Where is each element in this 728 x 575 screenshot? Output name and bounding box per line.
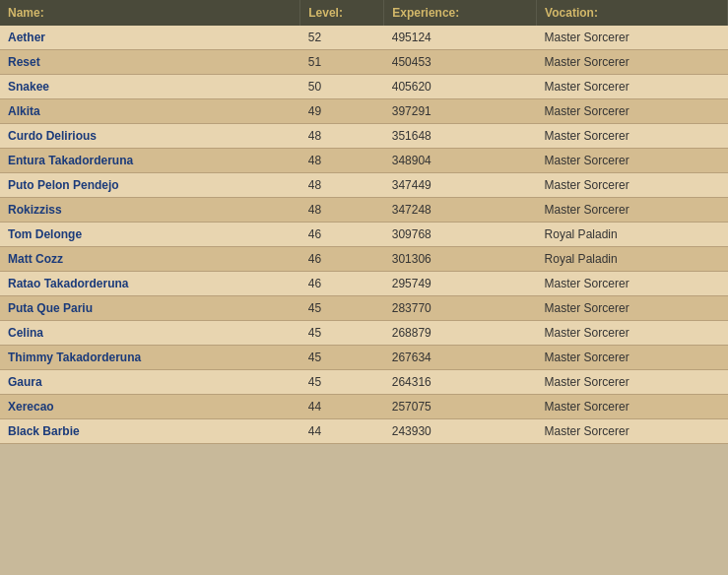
cell-name[interactable]: Puta Que Pariu (0, 296, 300, 321)
cell-name[interactable]: Snakee (0, 75, 300, 99)
cell-level: 45 (300, 321, 384, 346)
cell-vocation: Master Sorcerer (537, 50, 728, 75)
table-row: Puto Pelon Pendejo48347449Master Sorcere… (0, 173, 728, 198)
table-row: Aether52495124Master Sorcerer (0, 26, 728, 50)
cell-level: 44 (300, 395, 384, 419)
cell-experience: 295749 (384, 272, 537, 296)
cell-experience: 268879 (384, 321, 537, 346)
cell-experience: 267634 (384, 346, 537, 370)
cell-vocation: Master Sorcerer (537, 272, 728, 296)
cell-experience: 301306 (384, 247, 537, 272)
cell-experience: 495124 (384, 26, 537, 50)
cell-vocation: Royal Paladin (537, 223, 728, 247)
cell-level: 48 (300, 149, 384, 173)
cell-name[interactable]: Curdo Delirious (0, 124, 300, 149)
header-experience: Experience: (384, 0, 537, 26)
table-row: Tom Delonge46309768Royal Paladin (0, 223, 728, 247)
cell-experience: 257075 (384, 395, 537, 419)
cell-experience: 243930 (384, 419, 537, 444)
cell-name[interactable]: Aether (0, 26, 300, 50)
cell-name[interactable]: Entura Takadorderuna (0, 149, 300, 173)
cell-experience: 348904 (384, 149, 537, 173)
cell-vocation: Master Sorcerer (537, 395, 728, 419)
cell-vocation: Master Sorcerer (537, 346, 728, 370)
cell-level: 50 (300, 75, 384, 99)
cell-vocation: Master Sorcerer (537, 198, 728, 223)
cell-level: 45 (300, 370, 384, 395)
cell-experience: 450453 (384, 50, 537, 75)
header-vocation: Vocation: (537, 0, 728, 26)
table-row: Celina45268879Master Sorcerer (0, 321, 728, 346)
cell-level: 45 (300, 346, 384, 370)
cell-name[interactable]: Thimmy Takadorderuna (0, 346, 300, 370)
table-body: Aether52495124Master SorcererReset514504… (0, 26, 728, 444)
table-row: Matt Cozz46301306Royal Paladin (0, 247, 728, 272)
table-row: Curdo Delirious48351648Master Sorcerer (0, 124, 728, 149)
cell-level: 44 (300, 419, 384, 444)
cell-name[interactable]: Celina (0, 321, 300, 346)
cell-name[interactable]: Ratao Takadorderuna (0, 272, 300, 296)
table-row: Rokizziss48347248Master Sorcerer (0, 198, 728, 223)
table-row: Gaura45264316Master Sorcerer (0, 370, 728, 395)
cell-experience: 397291 (384, 99, 537, 124)
cell-level: 46 (300, 272, 384, 296)
cell-name[interactable]: Puto Pelon Pendejo (0, 173, 300, 198)
cell-level: 48 (300, 173, 384, 198)
cell-name[interactable]: Tom Delonge (0, 223, 300, 247)
cell-vocation: Master Sorcerer (537, 124, 728, 149)
cell-vocation: Master Sorcerer (537, 370, 728, 395)
cell-level: 52 (300, 26, 384, 50)
table-row: Snakee50405620Master Sorcerer (0, 75, 728, 99)
table-row: Thimmy Takadorderuna45267634Master Sorce… (0, 346, 728, 370)
cell-name[interactable]: Black Barbie (0, 419, 300, 444)
cell-level: 51 (300, 50, 384, 75)
cell-level: 46 (300, 247, 384, 272)
cell-level: 49 (300, 99, 384, 124)
cell-vocation: Master Sorcerer (537, 99, 728, 124)
table-header-row: Name: Level: Experience: Vocation: (0, 0, 728, 26)
cell-name[interactable]: Rokizziss (0, 198, 300, 223)
cell-level: 48 (300, 198, 384, 223)
cell-name[interactable]: Matt Cozz (0, 247, 300, 272)
cell-vocation: Master Sorcerer (537, 419, 728, 444)
cell-vocation: Master Sorcerer (537, 296, 728, 321)
cell-experience: 347248 (384, 198, 537, 223)
table-row: Reset51450453Master Sorcerer (0, 50, 728, 75)
cell-experience: 405620 (384, 75, 537, 99)
table-row: Black Barbie44243930Master Sorcerer (0, 419, 728, 444)
table-row: Alkita49397291Master Sorcerer (0, 99, 728, 124)
highscore-table: Name: Level: Experience: Vocation: Aethe… (0, 0, 728, 444)
cell-vocation: Master Sorcerer (537, 321, 728, 346)
cell-level: 46 (300, 223, 384, 247)
cell-experience: 347449 (384, 173, 537, 198)
cell-experience: 351648 (384, 124, 537, 149)
cell-vocation: Master Sorcerer (537, 75, 728, 99)
cell-name[interactable]: Reset (0, 50, 300, 75)
cell-experience: 309768 (384, 223, 537, 247)
cell-level: 48 (300, 124, 384, 149)
table-row: Ratao Takadorderuna46295749Master Sorcer… (0, 272, 728, 296)
header-level: Level: (300, 0, 384, 26)
cell-name[interactable]: Alkita (0, 99, 300, 124)
header-name: Name: (0, 0, 300, 26)
table-row: Entura Takadorderuna48348904Master Sorce… (0, 149, 728, 173)
cell-level: 45 (300, 296, 384, 321)
cell-name[interactable]: Gaura (0, 370, 300, 395)
cell-vocation: Royal Paladin (537, 247, 728, 272)
cell-name[interactable]: Xerecao (0, 395, 300, 419)
cell-vocation: Master Sorcerer (537, 26, 728, 50)
cell-vocation: Master Sorcerer (537, 173, 728, 198)
cell-experience: 283770 (384, 296, 537, 321)
cell-experience: 264316 (384, 370, 537, 395)
table-row: Xerecao44257075Master Sorcerer (0, 395, 728, 419)
cell-vocation: Master Sorcerer (537, 149, 728, 173)
table-row: Puta Que Pariu45283770Master Sorcerer (0, 296, 728, 321)
